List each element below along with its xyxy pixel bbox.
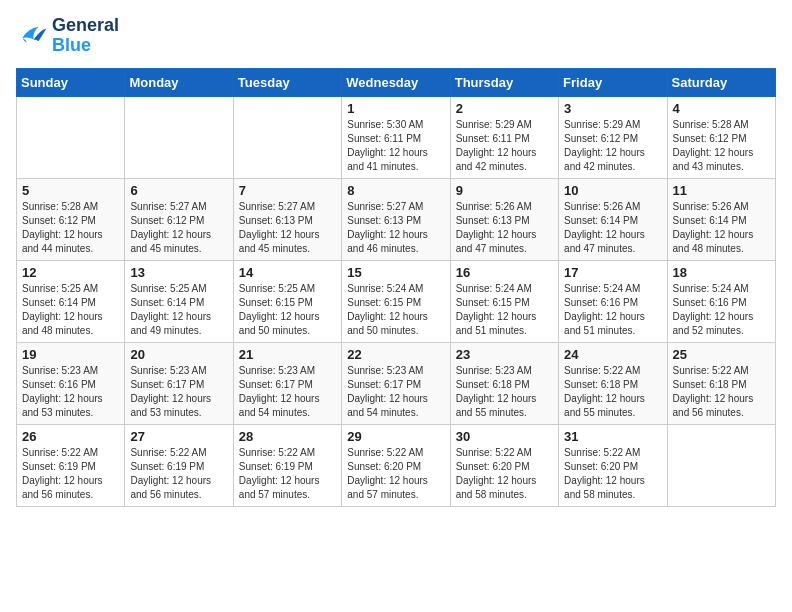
day-info: Sunrise: 5:25 AM Sunset: 6:14 PM Dayligh… [22,282,119,338]
day-number: 30 [456,429,553,444]
calendar-cell: 29Sunrise: 5:22 AM Sunset: 6:20 PM Dayli… [342,424,450,506]
calendar-cell: 8Sunrise: 5:27 AM Sunset: 6:13 PM Daylig… [342,178,450,260]
page-header: General Blue [16,16,776,56]
day-info: Sunrise: 5:28 AM Sunset: 6:12 PM Dayligh… [22,200,119,256]
calendar-cell [17,96,125,178]
calendar-cell: 31Sunrise: 5:22 AM Sunset: 6:20 PM Dayli… [559,424,667,506]
day-info: Sunrise: 5:24 AM Sunset: 6:15 PM Dayligh… [456,282,553,338]
day-number: 9 [456,183,553,198]
day-info: Sunrise: 5:23 AM Sunset: 6:17 PM Dayligh… [130,364,227,420]
calendar-cell: 22Sunrise: 5:23 AM Sunset: 6:17 PM Dayli… [342,342,450,424]
day-info: Sunrise: 5:25 AM Sunset: 6:14 PM Dayligh… [130,282,227,338]
day-info: Sunrise: 5:26 AM Sunset: 6:13 PM Dayligh… [456,200,553,256]
day-number: 19 [22,347,119,362]
day-info: Sunrise: 5:29 AM Sunset: 6:11 PM Dayligh… [456,118,553,174]
day-number: 14 [239,265,336,280]
calendar-cell: 5Sunrise: 5:28 AM Sunset: 6:12 PM Daylig… [17,178,125,260]
day-number: 26 [22,429,119,444]
day-number: 3 [564,101,661,116]
day-info: Sunrise: 5:22 AM Sunset: 6:19 PM Dayligh… [22,446,119,502]
calendar-cell: 6Sunrise: 5:27 AM Sunset: 6:12 PM Daylig… [125,178,233,260]
calendar-week-row: 1Sunrise: 5:30 AM Sunset: 6:11 PM Daylig… [17,96,776,178]
calendar-cell: 30Sunrise: 5:22 AM Sunset: 6:20 PM Dayli… [450,424,558,506]
day-number: 16 [456,265,553,280]
day-number: 12 [22,265,119,280]
day-info: Sunrise: 5:23 AM Sunset: 6:18 PM Dayligh… [456,364,553,420]
calendar-cell: 12Sunrise: 5:25 AM Sunset: 6:14 PM Dayli… [17,260,125,342]
calendar-cell: 7Sunrise: 5:27 AM Sunset: 6:13 PM Daylig… [233,178,341,260]
day-number: 4 [673,101,770,116]
calendar-cell [125,96,233,178]
calendar-cell: 19Sunrise: 5:23 AM Sunset: 6:16 PM Dayli… [17,342,125,424]
day-number: 22 [347,347,444,362]
day-info: Sunrise: 5:23 AM Sunset: 6:17 PM Dayligh… [239,364,336,420]
weekday-header: Wednesday [342,68,450,96]
calendar-cell: 27Sunrise: 5:22 AM Sunset: 6:19 PM Dayli… [125,424,233,506]
calendar-cell: 15Sunrise: 5:24 AM Sunset: 6:15 PM Dayli… [342,260,450,342]
day-number: 11 [673,183,770,198]
day-info: Sunrise: 5:23 AM Sunset: 6:16 PM Dayligh… [22,364,119,420]
day-number: 13 [130,265,227,280]
calendar-cell: 25Sunrise: 5:22 AM Sunset: 6:18 PM Dayli… [667,342,775,424]
calendar-cell: 17Sunrise: 5:24 AM Sunset: 6:16 PM Dayli… [559,260,667,342]
calendar-cell: 13Sunrise: 5:25 AM Sunset: 6:14 PM Dayli… [125,260,233,342]
day-number: 2 [456,101,553,116]
calendar-cell [233,96,341,178]
calendar-week-row: 19Sunrise: 5:23 AM Sunset: 6:16 PM Dayli… [17,342,776,424]
calendar-header-row: SundayMondayTuesdayWednesdayThursdayFrid… [17,68,776,96]
calendar-cell: 20Sunrise: 5:23 AM Sunset: 6:17 PM Dayli… [125,342,233,424]
day-info: Sunrise: 5:24 AM Sunset: 6:16 PM Dayligh… [564,282,661,338]
day-number: 21 [239,347,336,362]
day-info: Sunrise: 5:26 AM Sunset: 6:14 PM Dayligh… [673,200,770,256]
calendar-cell [667,424,775,506]
day-info: Sunrise: 5:27 AM Sunset: 6:13 PM Dayligh… [239,200,336,256]
day-info: Sunrise: 5:23 AM Sunset: 6:17 PM Dayligh… [347,364,444,420]
day-info: Sunrise: 5:22 AM Sunset: 6:20 PM Dayligh… [347,446,444,502]
calendar-cell: 11Sunrise: 5:26 AM Sunset: 6:14 PM Dayli… [667,178,775,260]
calendar-cell: 10Sunrise: 5:26 AM Sunset: 6:14 PM Dayli… [559,178,667,260]
day-info: Sunrise: 5:28 AM Sunset: 6:12 PM Dayligh… [673,118,770,174]
day-number: 29 [347,429,444,444]
calendar-cell: 9Sunrise: 5:26 AM Sunset: 6:13 PM Daylig… [450,178,558,260]
day-number: 10 [564,183,661,198]
day-number: 20 [130,347,227,362]
day-info: Sunrise: 5:30 AM Sunset: 6:11 PM Dayligh… [347,118,444,174]
day-number: 25 [673,347,770,362]
weekday-header: Friday [559,68,667,96]
day-number: 18 [673,265,770,280]
calendar-cell: 23Sunrise: 5:23 AM Sunset: 6:18 PM Dayli… [450,342,558,424]
logo-text: General Blue [52,16,119,56]
day-number: 15 [347,265,444,280]
day-number: 7 [239,183,336,198]
calendar-cell: 26Sunrise: 5:22 AM Sunset: 6:19 PM Dayli… [17,424,125,506]
day-number: 31 [564,429,661,444]
calendar-cell: 2Sunrise: 5:29 AM Sunset: 6:11 PM Daylig… [450,96,558,178]
day-number: 28 [239,429,336,444]
calendar-cell: 14Sunrise: 5:25 AM Sunset: 6:15 PM Dayli… [233,260,341,342]
day-info: Sunrise: 5:27 AM Sunset: 6:12 PM Dayligh… [130,200,227,256]
weekday-header: Monday [125,68,233,96]
day-number: 1 [347,101,444,116]
day-number: 17 [564,265,661,280]
calendar-cell: 16Sunrise: 5:24 AM Sunset: 6:15 PM Dayli… [450,260,558,342]
day-info: Sunrise: 5:22 AM Sunset: 6:20 PM Dayligh… [456,446,553,502]
day-info: Sunrise: 5:24 AM Sunset: 6:15 PM Dayligh… [347,282,444,338]
day-number: 23 [456,347,553,362]
calendar-cell: 21Sunrise: 5:23 AM Sunset: 6:17 PM Dayli… [233,342,341,424]
calendar-week-row: 12Sunrise: 5:25 AM Sunset: 6:14 PM Dayli… [17,260,776,342]
calendar-cell: 3Sunrise: 5:29 AM Sunset: 6:12 PM Daylig… [559,96,667,178]
day-info: Sunrise: 5:27 AM Sunset: 6:13 PM Dayligh… [347,200,444,256]
weekday-header: Sunday [17,68,125,96]
calendar-week-row: 26Sunrise: 5:22 AM Sunset: 6:19 PM Dayli… [17,424,776,506]
day-info: Sunrise: 5:22 AM Sunset: 6:19 PM Dayligh… [130,446,227,502]
calendar-week-row: 5Sunrise: 5:28 AM Sunset: 6:12 PM Daylig… [17,178,776,260]
weekday-header: Saturday [667,68,775,96]
logo: General Blue [16,16,119,56]
logo-icon [16,22,48,50]
calendar-cell: 1Sunrise: 5:30 AM Sunset: 6:11 PM Daylig… [342,96,450,178]
calendar-cell: 4Sunrise: 5:28 AM Sunset: 6:12 PM Daylig… [667,96,775,178]
day-number: 5 [22,183,119,198]
day-info: Sunrise: 5:22 AM Sunset: 6:18 PM Dayligh… [673,364,770,420]
day-info: Sunrise: 5:24 AM Sunset: 6:16 PM Dayligh… [673,282,770,338]
day-number: 6 [130,183,227,198]
